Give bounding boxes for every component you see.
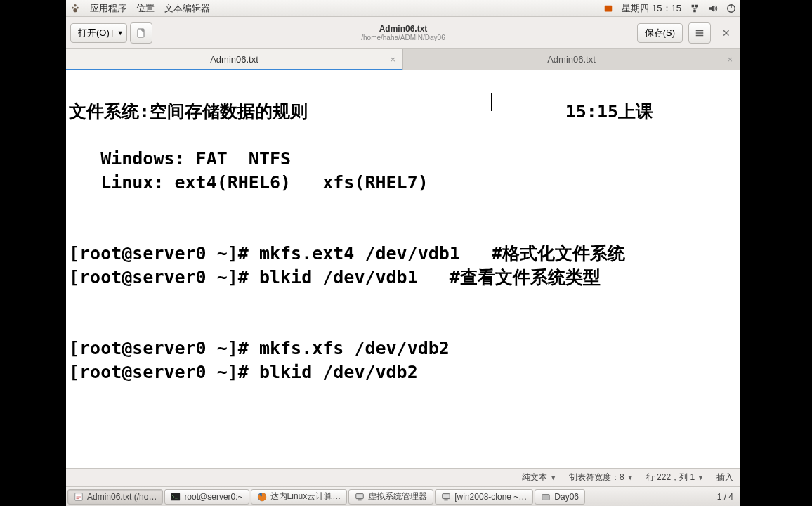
top-menubar: 应用程序 位置 文本编辑器 星期四 15：15 bbox=[66, 0, 740, 17]
vm-icon bbox=[355, 492, 365, 502]
svg-point-2 bbox=[77, 6, 79, 8]
svg-point-0 bbox=[74, 4, 77, 6]
tab-admin06-2[interactable]: Admin06.txt × bbox=[403, 49, 740, 70]
chevron-down-icon[interactable]: ▼ bbox=[112, 30, 124, 37]
task-win2008[interactable]: [win2008-clone ~… bbox=[435, 489, 533, 505]
save-button-label: 保存(S) bbox=[645, 27, 675, 39]
editor-line: [root@server0 ~]# blkid /dev/vdb2 bbox=[69, 361, 738, 384]
task-gedit[interactable]: Admin06.txt (/ho… bbox=[67, 489, 163, 505]
tab-label: Admin06.txt bbox=[547, 54, 596, 65]
new-doc-button[interactable] bbox=[130, 22, 152, 44]
svg-point-1 bbox=[72, 6, 74, 8]
menu-editor[interactable]: 文本编辑器 bbox=[164, 2, 210, 15]
text-cursor-icon bbox=[491, 93, 492, 111]
svg-rect-10 bbox=[138, 29, 144, 37]
syntax-label: 纯文本 bbox=[522, 472, 547, 484]
status-bar: 纯文本 ▼ 制表符宽度：8 ▼ 行 222，列 1 ▼ 插入 bbox=[66, 468, 740, 486]
svg-rect-6 bbox=[695, 4, 698, 7]
svg-rect-16 bbox=[443, 493, 450, 498]
position-combo[interactable]: 行 222，列 1 ▼ bbox=[646, 472, 704, 484]
svg-point-3 bbox=[73, 8, 77, 12]
task-virt-manager[interactable]: 虚拟系统管理器 bbox=[348, 489, 433, 505]
task-label: Day06 bbox=[554, 492, 579, 502]
editor-line: [root@server0 ~]# mkfs.ext4 /dev/vdb1 #格… bbox=[69, 242, 738, 266]
open-button[interactable]: 打开(O) ▼ bbox=[70, 23, 127, 43]
task-label: root@server0:~ bbox=[184, 492, 242, 502]
gedit-icon bbox=[74, 492, 84, 502]
task-files[interactable]: Day06 bbox=[535, 489, 585, 505]
emblem-icon[interactable] bbox=[603, 4, 613, 13]
text-editor-area[interactable]: 文件系统:空间存储数据的规则15:15上课 Windows: FAT NTFS … bbox=[66, 70, 740, 468]
syntax-combo[interactable]: 纯文本 ▼ bbox=[522, 472, 556, 484]
tab-close-icon[interactable]: × bbox=[390, 54, 395, 65]
tab-label: Admin06.txt bbox=[210, 54, 258, 65]
tabwidth-label: 制表符宽度：8 bbox=[569, 472, 624, 484]
task-terminal[interactable]: root@server0:~ bbox=[164, 489, 249, 505]
volume-icon[interactable] bbox=[708, 4, 718, 13]
editor-note: 15:15上课 bbox=[565, 100, 738, 124]
power-icon[interactable] bbox=[726, 4, 736, 13]
svg-rect-4 bbox=[605, 5, 613, 11]
svg-rect-17 bbox=[445, 499, 448, 500]
workspace-pager[interactable]: 1 / 4 bbox=[712, 492, 739, 502]
desktop-window: 应用程序 位置 文本编辑器 星期四 15：15 打开(O) ▼ bbox=[66, 0, 740, 506]
position-label: 行 222，列 1 bbox=[646, 472, 695, 484]
tab-close-icon[interactable]: × bbox=[727, 54, 733, 65]
task-firefox[interactable]: 达内Linux云计算… bbox=[251, 489, 348, 505]
chevron-down-icon: ▼ bbox=[698, 474, 704, 481]
svg-rect-5 bbox=[692, 4, 695, 7]
task-label: [win2008-clone ~… bbox=[454, 492, 527, 502]
clock[interactable]: 星期四 15：15 bbox=[622, 2, 681, 15]
hamburger-menu-button[interactable] bbox=[688, 22, 711, 44]
svg-rect-14 bbox=[356, 493, 364, 498]
vm-icon bbox=[441, 492, 451, 502]
insert-mode[interactable]: 插入 bbox=[716, 472, 733, 484]
editor-heading: 文件系统:空间存储数据的规则 bbox=[69, 100, 308, 124]
menu-places[interactable]: 位置 bbox=[136, 2, 155, 15]
task-label: 虚拟系统管理器 bbox=[368, 491, 427, 502]
open-button-label: 打开(O) bbox=[78, 27, 110, 39]
task-label: 达内Linux云计算… bbox=[270, 491, 341, 502]
save-button[interactable]: 保存(S) bbox=[637, 23, 683, 43]
chevron-down-icon: ▼ bbox=[627, 474, 634, 481]
window-close-button[interactable]: ✕ bbox=[716, 22, 736, 44]
svg-rect-7 bbox=[693, 9, 696, 12]
editor-toolbar: 打开(O) ▼ Admin06.txt /home/haha/ADMIN/Day… bbox=[66, 17, 740, 49]
network-icon[interactable] bbox=[690, 4, 700, 13]
svg-rect-15 bbox=[358, 499, 362, 500]
tab-strip: Admin06.txt × Admin06.txt × bbox=[66, 49, 740, 70]
gnome-logo-icon bbox=[70, 4, 80, 13]
chevron-down-icon: ▼ bbox=[550, 474, 556, 481]
editor-line: [root@server0 ~]# blkid /dev/vdb1 #查看文件系… bbox=[69, 266, 738, 290]
bottom-taskbar: Admin06.txt (/ho… root@server0:~ 达内Linux… bbox=[66, 486, 740, 506]
editor-line: Linux: ext4(RHEL6) xfs(RHEL7) bbox=[69, 171, 738, 195]
menu-applications[interactable]: 应用程序 bbox=[90, 2, 126, 15]
editor-line: [root@server0 ~]# mkfs.xfs /dev/vdb2 bbox=[69, 337, 738, 361]
tabwidth-combo[interactable]: 制表符宽度：8 ▼ bbox=[569, 472, 634, 484]
task-label: Admin06.txt (/ho… bbox=[87, 492, 157, 502]
firefox-icon bbox=[257, 492, 267, 502]
editor-line: Windows: FAT NTFS bbox=[69, 147, 738, 171]
tab-admin06-1[interactable]: Admin06.txt × bbox=[66, 49, 403, 70]
svg-rect-18 bbox=[542, 494, 550, 500]
terminal-icon bbox=[171, 492, 181, 502]
folder-icon bbox=[541, 492, 551, 502]
